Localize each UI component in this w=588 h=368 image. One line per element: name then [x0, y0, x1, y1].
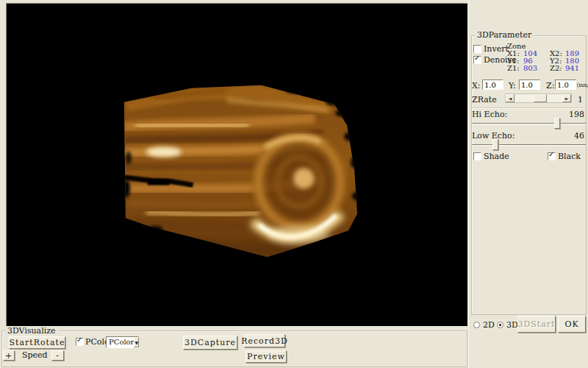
- preview-button[interactable]: Preview: [245, 350, 287, 363]
- zrate-scrollbar[interactable]: ◄ ►: [505, 93, 572, 103]
- checkmark-icon: ✓: [76, 336, 82, 344]
- zrate-value: 1: [578, 95, 583, 105]
- scale-x-input[interactable]: [482, 79, 503, 90]
- mode-2d-label: 2D: [483, 320, 495, 330]
- black-checkbox[interactable]: ✓: [548, 152, 556, 160]
- speed-plus-button[interactable]: +: [3, 350, 15, 361]
- scroll-right-icon[interactable]: ►: [562, 94, 571, 102]
- hi-echo-slider-thumb[interactable]: [554, 118, 560, 129]
- pcolor-checkbox[interactable]: ✓: [76, 338, 84, 346]
- denoise-checkbox[interactable]: ✓: [473, 56, 481, 64]
- checkmark-icon: ✓: [548, 151, 554, 158]
- visualize-panel: 3DVisualize StartRotate + Speed - ✓ PCol…: [0, 326, 468, 368]
- zone-z2-label: Z2:: [550, 65, 565, 72]
- speed-minus-button[interactable]: -: [51, 350, 64, 361]
- group-3dparameter: 3DParameter ✓ Invert ✓ Denoise Zone X1: …: [471, 35, 587, 315]
- low-echo-slider-thumb[interactable]: [492, 139, 498, 150]
- start-rotate-button[interactable]: StartRotate: [9, 336, 65, 349]
- invert-label: Invert: [484, 44, 509, 54]
- zrate-label: ZRate: [472, 95, 497, 105]
- hi-echo-value: 198: [569, 110, 584, 119]
- separator: [472, 107, 586, 109]
- 3dcapture-button[interactable]: 3DCapture: [183, 336, 237, 350]
- scroll-left-icon[interactable]: ◄: [506, 94, 514, 102]
- scale-y-input[interactable]: [519, 79, 540, 90]
- record3d-button[interactable]: Record3D: [244, 334, 285, 347]
- app-window: 3DParameter ✓ Invert ✓ Denoise Zone X1: …: [0, 0, 588, 368]
- speed-label: Speed: [22, 350, 48, 360]
- low-echo-value: 46: [574, 131, 584, 141]
- shade-checkbox[interactable]: ✓: [473, 152, 481, 160]
- zone-z1-label: Z1:: [507, 65, 523, 72]
- render-viewport[interactable]: [6, 3, 467, 326]
- checkmark-icon: ✓: [474, 54, 480, 62]
- mode-3d-label: 3D: [506, 320, 518, 330]
- zone-z1-value: 803: [523, 65, 550, 72]
- scale-z-label: Z:: [546, 81, 554, 91]
- zone-row-z: Z1: 803 Z2: 941: [507, 65, 586, 72]
- zone-z2-value: 941: [565, 65, 586, 72]
- volume-render-3d[interactable]: [7, 4, 467, 326]
- mode-2d-radio[interactable]: [473, 322, 480, 328]
- invert-checkbox[interactable]: ✓: [473, 45, 481, 53]
- low-echo-slider-track[interactable]: [472, 144, 586, 146]
- 3dstart-button[interactable]: 3DStart: [517, 316, 556, 333]
- mode-3d-radio[interactable]: [497, 322, 503, 328]
- group-3dparameter-title: 3DParameter: [475, 31, 534, 40]
- radio-dot-icon: [499, 324, 501, 326]
- chevron-down-icon[interactable]: ▼: [134, 337, 139, 347]
- shade-label: Shade: [484, 152, 509, 161]
- scale-unit-label: (mm/p): [577, 82, 588, 88]
- pcolor-dropdown-value: PColor: [107, 337, 134, 347]
- pcolor-dropdown[interactable]: PColor ▼: [106, 336, 139, 348]
- parameter-panel: 3DParameter ✓ Invert ✓ Denoise Zone X1: …: [468, 0, 588, 368]
- hi-echo-label: Hi Echo:: [472, 110, 507, 119]
- group-3dvisualize-title: 3DVisualize: [5, 326, 58, 336]
- scale-y-label: Y:: [509, 81, 516, 91]
- zone-table: X1: 104 X2: 189 Y1: 96 Y2: 180 Z1: 803 Z…: [507, 50, 586, 72]
- zrate-scrollbar-thumb[interactable]: [534, 94, 547, 102]
- ok-button[interactable]: OK: [558, 316, 586, 333]
- scale-x-label: X:: [472, 81, 481, 91]
- black-label: Black: [558, 152, 581, 161]
- hi-echo-slider-track[interactable]: [472, 123, 586, 124]
- scale-z-input[interactable]: [555, 79, 576, 90]
